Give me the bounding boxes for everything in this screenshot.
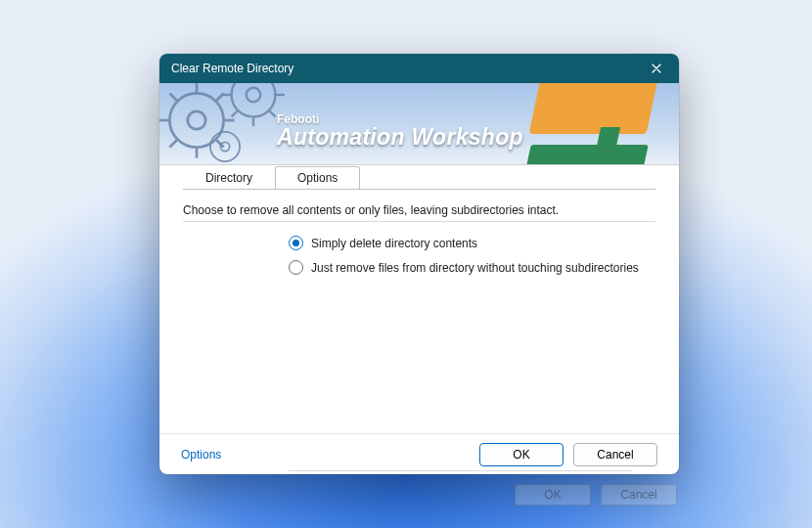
- separator: [183, 221, 655, 222]
- svg-line-6: [169, 93, 176, 100]
- banner-decor-green: [525, 145, 649, 165]
- svg-point-11: [247, 88, 260, 102]
- svg-line-9: [169, 140, 176, 147]
- options-description: Choose to remove all contents or only fi…: [183, 203, 655, 217]
- close-button[interactable]: [642, 58, 671, 79]
- banner: Febooti Automation Workshop: [159, 83, 679, 165]
- ghost-cancel-button: Cancel: [601, 484, 677, 506]
- dialog-footer: Options OK Cancel: [159, 433, 679, 474]
- ok-button[interactable]: OK: [479, 443, 564, 466]
- tab-directory[interactable]: Directory: [183, 166, 275, 189]
- svg-point-21: [220, 142, 229, 151]
- svg-point-20: [210, 132, 240, 161]
- window-title: Clear Remote Directory: [171, 62, 293, 75]
- radio-label: Simply delete directory contents: [311, 237, 477, 250]
- radio-icon: [289, 236, 303, 250]
- dialog-window: Clear Remote Directory Febooti Automatio…: [159, 54, 679, 474]
- ghost-ok-button: OK: [515, 484, 591, 506]
- titlebar: Clear Remote Directory: [159, 54, 679, 83]
- svg-line-17: [269, 110, 275, 116]
- brand-title: Automation Workshop: [277, 124, 523, 151]
- delete-mode-radio-group: Simply delete directory contents Just re…: [289, 236, 655, 275]
- cancel-button[interactable]: Cancel: [573, 443, 657, 466]
- tab-content: Choose to remove all contents or only fi…: [159, 190, 679, 470]
- options-link[interactable]: Options: [181, 448, 221, 462]
- close-icon: [652, 64, 661, 73]
- tab-options[interactable]: Options: [275, 166, 360, 189]
- radio-icon: [289, 260, 303, 275]
- radio-label: Just remove files from directory without…: [311, 261, 639, 275]
- gear-icon: [197, 118, 253, 165]
- tab-bar: Directory Options: [159, 165, 679, 189]
- desktop-background: OK Cancel Clear Remote Directory F: [0, 0, 812, 528]
- banner-decor-orange: [529, 83, 661, 134]
- radio-simply-delete[interactable]: Simply delete directory contents: [289, 236, 655, 250]
- banner-decor-green-tab: [597, 127, 620, 147]
- svg-line-19: [232, 110, 238, 116]
- radio-just-remove-files[interactable]: Just remove files from directory without…: [289, 260, 655, 275]
